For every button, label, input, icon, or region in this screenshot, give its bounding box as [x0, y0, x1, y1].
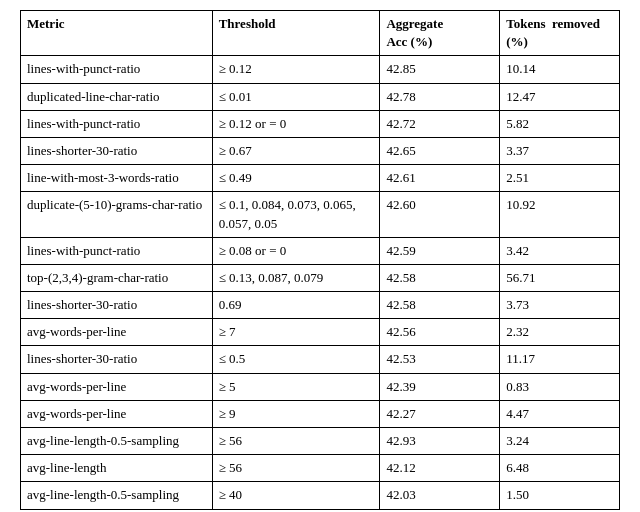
table-row: lines-with-punct-ratio≥ 0.12 or = 042.72… — [21, 110, 620, 137]
table-row: duplicated-line-char-ratio≤ 0.0142.7812.… — [21, 83, 620, 110]
cell-9-1: ≥ 7 — [212, 319, 380, 346]
cell-6-2: 42.59 — [380, 237, 500, 264]
cell-15-2: 42.03 — [380, 482, 500, 509]
cell-15-1: ≥ 40 — [212, 482, 380, 509]
cell-0-3: 10.14 — [500, 56, 620, 83]
cell-6-0: lines-with-punct-ratio — [21, 237, 213, 264]
cell-13-3: 3.24 — [500, 428, 620, 455]
cell-11-0: avg-words-per-line — [21, 373, 213, 400]
cell-12-0: avg-words-per-line — [21, 400, 213, 427]
table-row: avg-words-per-line≥ 742.562.32 — [21, 319, 620, 346]
table-row: lines-shorter-30-ratio0.6942.583.73 — [21, 292, 620, 319]
cell-0-0: lines-with-punct-ratio — [21, 56, 213, 83]
table-row: lines-with-punct-ratio≥ 0.1242.8510.14 — [21, 56, 620, 83]
table-row: avg-line-length-0.5-sampling≥ 5642.933.2… — [21, 428, 620, 455]
cell-7-0: top-(2,3,4)-gram-char-ratio — [21, 264, 213, 291]
table-row: avg-words-per-line≥ 542.390.83 — [21, 373, 620, 400]
cell-0-2: 42.85 — [380, 56, 500, 83]
cell-13-2: 42.93 — [380, 428, 500, 455]
cell-7-1: ≤ 0.13, 0.087, 0.079 — [212, 264, 380, 291]
cell-4-3: 2.51 — [500, 165, 620, 192]
cell-1-1: ≤ 0.01 — [212, 83, 380, 110]
cell-13-1: ≥ 56 — [212, 428, 380, 455]
cell-6-3: 3.42 — [500, 237, 620, 264]
cell-5-3: 10.92 — [500, 192, 620, 237]
table-row: lines-with-punct-ratio≥ 0.08 or = 042.59… — [21, 237, 620, 264]
cell-3-1: ≥ 0.67 — [212, 137, 380, 164]
cell-1-2: 42.78 — [380, 83, 500, 110]
cell-4-2: 42.61 — [380, 165, 500, 192]
header-tokens: Tokens removed(%) — [500, 11, 620, 56]
table-row: lines-shorter-30-ratio≤ 0.542.5311.17 — [21, 346, 620, 373]
cell-11-1: ≥ 5 — [212, 373, 380, 400]
table-row: avg-line-length-0.5-sampling≥ 4042.031.5… — [21, 482, 620, 509]
cell-12-3: 4.47 — [500, 400, 620, 427]
cell-15-0: avg-line-length-0.5-sampling — [21, 482, 213, 509]
cell-10-2: 42.53 — [380, 346, 500, 373]
cell-5-1: ≤ 0.1, 0.084, 0.073, 0.065, 0.057, 0.05 — [212, 192, 380, 237]
cell-14-0: avg-line-length — [21, 455, 213, 482]
cell-12-1: ≥ 9 — [212, 400, 380, 427]
cell-11-2: 42.39 — [380, 373, 500, 400]
cell-14-1: ≥ 56 — [212, 455, 380, 482]
cell-8-0: lines-shorter-30-ratio — [21, 292, 213, 319]
cell-13-0: avg-line-length-0.5-sampling — [21, 428, 213, 455]
cell-14-2: 42.12 — [380, 455, 500, 482]
cell-11-3: 0.83 — [500, 373, 620, 400]
results-table: Metric Threshold AggregateAcc (%) Tokens… — [20, 10, 620, 510]
table-row: duplicate-(5-10)-grams-char-ratio≤ 0.1, … — [21, 192, 620, 237]
cell-14-3: 6.48 — [500, 455, 620, 482]
table-row: lines-shorter-30-ratio≥ 0.6742.653.37 — [21, 137, 620, 164]
cell-1-0: duplicated-line-char-ratio — [21, 83, 213, 110]
cell-5-0: duplicate-(5-10)-grams-char-ratio — [21, 192, 213, 237]
cell-2-1: ≥ 0.12 or = 0 — [212, 110, 380, 137]
cell-7-2: 42.58 — [380, 264, 500, 291]
cell-7-3: 56.71 — [500, 264, 620, 291]
cell-10-1: ≤ 0.5 — [212, 346, 380, 373]
cell-9-2: 42.56 — [380, 319, 500, 346]
cell-2-0: lines-with-punct-ratio — [21, 110, 213, 137]
cell-8-2: 42.58 — [380, 292, 500, 319]
cell-0-1: ≥ 0.12 — [212, 56, 380, 83]
cell-10-0: lines-shorter-30-ratio — [21, 346, 213, 373]
cell-12-2: 42.27 — [380, 400, 500, 427]
header-metric: Metric — [21, 11, 213, 56]
table-row: avg-line-length≥ 5642.126.48 — [21, 455, 620, 482]
header-agg: AggregateAcc (%) — [380, 11, 500, 56]
table-row: top-(2,3,4)-gram-char-ratio≤ 0.13, 0.087… — [21, 264, 620, 291]
cell-4-1: ≤ 0.49 — [212, 165, 380, 192]
cell-8-3: 3.73 — [500, 292, 620, 319]
cell-9-0: avg-words-per-line — [21, 319, 213, 346]
cell-1-3: 12.47 — [500, 83, 620, 110]
cell-10-3: 11.17 — [500, 346, 620, 373]
cell-3-0: lines-shorter-30-ratio — [21, 137, 213, 164]
cell-3-2: 42.65 — [380, 137, 500, 164]
cell-9-3: 2.32 — [500, 319, 620, 346]
cell-2-3: 5.82 — [500, 110, 620, 137]
table-row: avg-words-per-line≥ 942.274.47 — [21, 400, 620, 427]
cell-8-1: 0.69 — [212, 292, 380, 319]
cell-6-1: ≥ 0.08 or = 0 — [212, 237, 380, 264]
table-row: line-with-most-3-words-ratio≤ 0.4942.612… — [21, 165, 620, 192]
cell-4-0: line-with-most-3-words-ratio — [21, 165, 213, 192]
cell-2-2: 42.72 — [380, 110, 500, 137]
cell-15-3: 1.50 — [500, 482, 620, 509]
header-threshold: Threshold — [212, 11, 380, 56]
cell-3-3: 3.37 — [500, 137, 620, 164]
cell-5-2: 42.60 — [380, 192, 500, 237]
